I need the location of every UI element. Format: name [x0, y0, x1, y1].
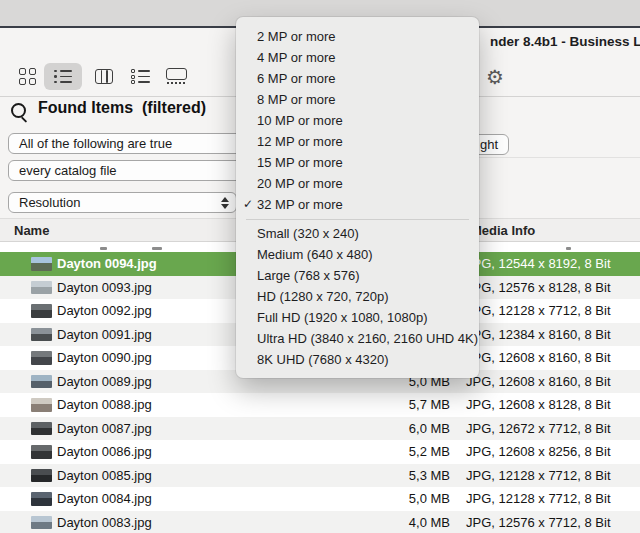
menu-item-label: Large (768 x 576)	[257, 268, 360, 283]
clipped-text-fragment	[100, 247, 107, 250]
file-media-info: JPG, 12384 x 8160, 8 Bit	[466, 323, 611, 347]
window-title: nder 8.4b1 - Business L	[490, 34, 640, 49]
file-media-info: JPG, 12128 x 7712, 8 Bit	[466, 299, 611, 323]
menu-item[interactable]: Ultra HD (3840 x 2160, 2160 UHD 4K)	[236, 328, 479, 349]
file-thumbnail	[31, 351, 52, 365]
table-row[interactable]: Dayton 0088.jpg5,7 MBJPG, 12608 x 8128, …	[0, 393, 640, 417]
section-divider	[460, 157, 640, 158]
file-media-info: JPG, 12128 x 7712, 8 Bit	[466, 487, 611, 511]
column-header-media-info[interactable]: Media Info	[471, 223, 535, 238]
criterion-value: Resolution	[19, 195, 80, 210]
table-row[interactable]: Dayton 0087.jpg6,0 MBJPG, 12672 x 7712, …	[0, 417, 640, 441]
file-name: Dayton 0086.jpg	[57, 440, 152, 464]
file-name: Dayton 0085.jpg	[57, 464, 152, 488]
resolution-popup-menu: 2 MP or more4 MP or more6 MP or more8 MP…	[236, 17, 479, 378]
file-name: Dayton 0094.jpg	[57, 252, 157, 276]
table-row[interactable]: Dayton 0084.jpg5,0 MBJPG, 12128 x 7712, …	[0, 487, 640, 511]
file-thumbnail	[31, 304, 52, 318]
file-thumbnail	[31, 516, 52, 530]
file-name: Dayton 0092.jpg	[57, 299, 152, 323]
file-name: Dayton 0090.jpg	[57, 346, 152, 370]
page-title: Found Items (filtered)	[38, 99, 206, 117]
file-media-info: JPG, 12608 x 8160, 8 Bit	[466, 370, 611, 394]
outline-view-button[interactable]	[121, 63, 159, 90]
menu-item[interactable]: 8K UHD (7680 x 4320)	[236, 349, 479, 370]
table-row[interactable]: Dayton 0083.jpg4,0 MBJPG, 12576 x 7712, …	[0, 511, 640, 533]
criterion-popup[interactable]: Resolution	[8, 192, 237, 213]
file-name: Dayton 0083.jpg	[57, 511, 152, 533]
menu-item[interactable]: 10 MP or more	[236, 110, 479, 131]
menu-item[interactable]: ✓32 MP or more	[236, 194, 479, 215]
menu-item[interactable]: 2 MP or more	[236, 26, 479, 47]
menu-item[interactable]: 20 MP or more	[236, 173, 479, 194]
table-row[interactable]: Dayton 0086.jpg5,2 MBJPG, 12608 x 8256, …	[0, 440, 640, 464]
column-view-button[interactable]	[85, 63, 123, 90]
menu-item[interactable]: Small (320 x 240)	[236, 223, 479, 244]
grid-view-icon	[19, 68, 36, 85]
menu-item-label: 8 MP or more	[257, 92, 336, 107]
file-media-info: JPG, 12608 x 8160, 8 Bit	[466, 346, 611, 370]
menu-item-label: 2 MP or more	[257, 29, 336, 44]
app-window: nder 8.4b1 - Business L	[0, 0, 640, 533]
file-size: 5,7 MB	[378, 393, 450, 417]
file-name: Dayton 0087.jpg	[57, 417, 152, 441]
file-size: 5,0 MB	[378, 487, 450, 511]
menu-item[interactable]: HD (1280 x 720, 720p)	[236, 286, 479, 307]
file-thumbnail	[31, 422, 52, 436]
menu-item-label: Small (320 x 240)	[257, 226, 359, 241]
menu-item[interactable]: Full HD (1920 x 1080, 1080p)	[236, 307, 479, 328]
menu-item-label: 12 MP or more	[257, 134, 343, 149]
grid-view-button[interactable]	[8, 63, 46, 90]
file-media-info: JPG, 12576 x 8128, 8 Bit	[466, 276, 611, 300]
table-row[interactable]: Dayton 0085.jpg5,3 MBJPG, 12128 x 7712, …	[0, 464, 640, 488]
file-name: Dayton 0089.jpg	[57, 370, 152, 394]
menu-item[interactable]: Medium (640 x 480)	[236, 244, 479, 265]
file-media-info: JPG, 12608 x 8256, 8 Bit	[466, 440, 611, 464]
menu-item[interactable]: 15 MP or more	[236, 152, 479, 173]
file-thumbnail	[31, 398, 52, 412]
menu-item[interactable]: 8 MP or more	[236, 89, 479, 110]
file-size: 5,2 MB	[378, 440, 450, 464]
file-thumbnail	[31, 375, 52, 389]
menu-item-label: 6 MP or more	[257, 71, 336, 86]
checkmark-icon: ✓	[243, 194, 253, 215]
menu-item-label: 8K UHD (7680 x 4320)	[257, 352, 389, 367]
menu-item[interactable]: Large (768 x 576)	[236, 265, 479, 286]
outline-view-icon	[131, 69, 150, 84]
column-view-icon	[95, 69, 113, 84]
file-thumbnail	[31, 281, 52, 295]
menu-item-label: 20 MP or more	[257, 176, 343, 191]
clipped-text-fragment	[152, 247, 162, 250]
file-thumbnail	[31, 469, 52, 483]
list-view-button[interactable]	[44, 63, 82, 90]
file-media-info: JPG, 12576 x 7712, 8 Bit	[466, 511, 611, 533]
file-media-info: JPG, 12128 x 7712, 8 Bit	[466, 464, 611, 488]
file-media-info: JPG, 12544 x 8192, 8 Bit	[466, 252, 611, 276]
file-media-info: JPG, 12608 x 8128, 8 Bit	[466, 393, 611, 417]
menu-item[interactable]: 6 MP or more	[236, 68, 479, 89]
popup-stepper-icon	[220, 196, 229, 210]
preview-view-button[interactable]	[157, 63, 195, 90]
settings-gear-icon[interactable]: ⚙	[486, 64, 504, 90]
file-name: Dayton 0093.jpg	[57, 276, 152, 300]
menu-item-label: 10 MP or more	[257, 113, 343, 128]
match-rule-value: All of the following are true	[19, 136, 172, 151]
menu-item-label: 15 MP or more	[257, 155, 343, 170]
search-icon	[11, 103, 26, 118]
preview-view-icon	[166, 68, 187, 85]
menu-item[interactable]: 12 MP or more	[236, 131, 479, 152]
scope-value: every catalog file	[19, 163, 117, 178]
file-size: 4,0 MB	[378, 511, 450, 533]
menu-item-label: 4 MP or more	[257, 50, 336, 65]
file-thumbnail	[31, 328, 52, 342]
column-header-name[interactable]: Name	[14, 223, 49, 238]
file-thumbnail	[31, 492, 52, 506]
right-partial-value: ght	[480, 137, 498, 152]
file-media-info: JPG, 12672 x 7712, 8 Bit	[466, 417, 611, 441]
menu-item-label: HD (1280 x 720, 720p)	[257, 289, 389, 304]
file-thumbnail	[31, 445, 52, 459]
menu-item[interactable]: 4 MP or more	[236, 47, 479, 68]
clipped-text-fragment	[566, 247, 571, 250]
menu-item-label: Ultra HD (3840 x 2160, 2160 UHD 4K)	[257, 331, 478, 346]
file-name: Dayton 0088.jpg	[57, 393, 152, 417]
